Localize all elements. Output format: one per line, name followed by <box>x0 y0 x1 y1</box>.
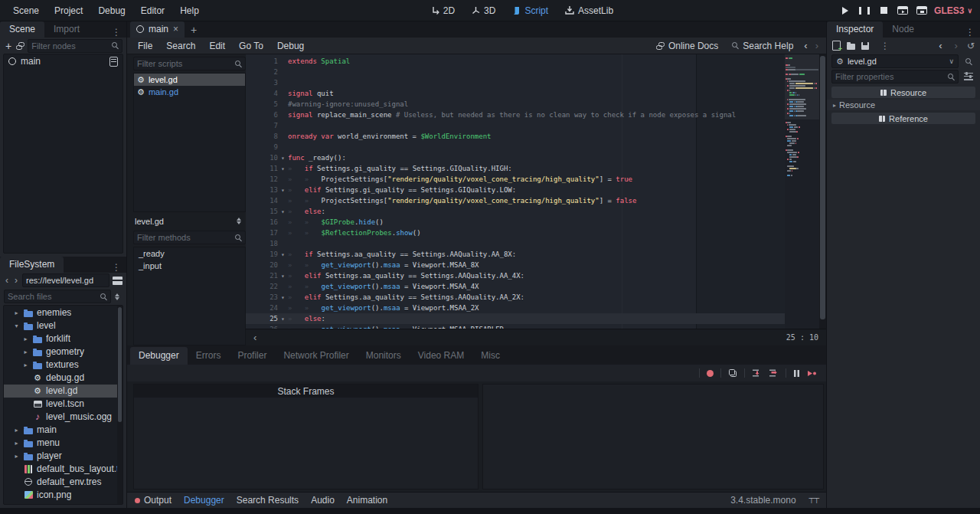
new-resource-icon[interactable] <box>832 41 841 51</box>
tree-item-level-music-ogg[interactable]: ♪level_music.ogg <box>4 411 122 424</box>
stop-button[interactable] <box>877 5 890 17</box>
tree-item-level-gd[interactable]: ⚙level.gd <box>4 385 122 398</box>
fold-toggle-icon[interactable]: ▾ <box>278 185 288 196</box>
fold-toggle-icon[interactable]: ▾ <box>278 314 288 325</box>
attached-script-icon[interactable] <box>109 57 118 67</box>
bottom-tab-debugger[interactable]: Debugger <box>130 347 188 365</box>
status-item-animation[interactable]: Animation <box>347 495 387 506</box>
bottom-tab-monitors[interactable]: Monitors <box>358 347 410 365</box>
resource-extra-menu-icon[interactable]: ⋮ <box>875 41 895 51</box>
code-line[interactable]: 18 <box>246 238 785 249</box>
code-line[interactable]: 25▾»else: <box>246 313 785 324</box>
collapsed-arrow-icon[interactable]: ▸ <box>13 453 20 460</box>
tree-item-geometry[interactable]: ▸geometry <box>4 345 122 358</box>
filter-nodes-input[interactable] <box>31 41 109 51</box>
menu-help[interactable]: Help <box>173 3 206 18</box>
collapsed-arrow-icon[interactable]: ▸ <box>22 349 29 355</box>
fold-toggle-icon[interactable]: ▾ <box>278 153 288 164</box>
object-selector[interactable]: ⚙ level.gd ∨ <box>831 54 959 68</box>
inspector-back-icon[interactable]: ‹ <box>936 40 945 51</box>
bottom-tab-network-profiler[interactable]: Network Profiler <box>275 347 357 365</box>
online-docs-button[interactable]: Online Docs <box>650 41 724 51</box>
filter-methods-input[interactable] <box>137 233 233 242</box>
fold-toggle-icon[interactable]: ▾ <box>278 207 288 218</box>
toggle-split-mode-icon[interactable] <box>113 277 122 285</box>
tab-inspector[interactable]: Inspector <box>827 21 883 38</box>
fold-toggle-icon[interactable]: ▾ <box>278 293 288 303</box>
tree-item-textures[interactable]: ▸textures <box>4 358 122 372</box>
step-over-button[interactable] <box>769 368 779 378</box>
new-scene-tab-button[interactable]: + <box>185 24 203 38</box>
continue-button[interactable] <box>807 369 817 378</box>
fold-toggle-icon[interactable]: ▾ <box>278 271 288 282</box>
code-line[interactable]: 17»»$ReflectionProbes.show() <box>246 228 785 238</box>
code-line[interactable]: 8onready var world_environment = $WorldE… <box>246 131 785 142</box>
workspace-assetlib-button[interactable]: AssetLib <box>560 3 619 18</box>
tree-item-menu[interactable]: ▸menu <box>4 437 122 450</box>
tree-item-enemies[interactable]: ▸enemies <box>4 306 122 319</box>
code-line[interactable]: 20»»get_viewport().msaa = Viewport.MSAA_… <box>246 260 785 270</box>
code-line[interactable]: 7 <box>246 120 785 131</box>
step-into-button[interactable] <box>752 368 762 378</box>
filesystem-scrollbar[interactable] <box>117 306 122 505</box>
workspace-3d-button[interactable]: 3D <box>466 3 501 18</box>
tree-item-default-bus-layout-tres[interactable]: default_bus_layout.tres <box>4 463 122 476</box>
play-button[interactable] <box>838 5 852 17</box>
code-line[interactable]: 2 <box>246 67 785 77</box>
script-menu-edit[interactable]: Edit <box>203 39 231 53</box>
code-line[interactable]: 5#warning-ignore:unused_signal <box>246 99 785 110</box>
script-menu-file[interactable]: File <box>132 39 158 53</box>
code-line[interactable]: 13▾»elif Settings.gi_quality == Settings… <box>246 185 785 195</box>
tab-scene[interactable]: Scene <box>0 21 44 38</box>
filter-properties-input[interactable] <box>835 72 946 81</box>
stack-frames-list[interactable] <box>134 398 478 489</box>
history-icon[interactable]: ↺ <box>967 41 975 51</box>
play-scene-button[interactable] <box>896 5 910 17</box>
method-list-item--input[interactable]: _input <box>134 260 245 272</box>
inspector-dock-menu-icon[interactable]: ⋮ <box>960 27 980 38</box>
instance-scene-icon[interactable] <box>16 41 24 50</box>
sort-files-icon[interactable] <box>114 293 122 301</box>
tree-item-level-tscn[interactable]: level.tscn <box>4 398 122 411</box>
bottom-tab-video-ram[interactable]: Video RAM <box>410 347 472 365</box>
menu-scene[interactable]: Scene <box>6 3 46 18</box>
code-line[interactable]: 12»»ProjectSettings["rendering/quality/v… <box>246 174 785 185</box>
tree-item-level[interactable]: ▾level <box>4 319 122 332</box>
status-item-debugger[interactable]: Debugger <box>184 495 224 506</box>
collapsed-arrow-icon[interactable]: ▸ <box>13 427 20 434</box>
code-line[interactable]: 21▾»elif Settings.aa_quality == Settings… <box>246 270 785 281</box>
code-line[interactable]: 1extends Spatial <box>246 56 785 67</box>
workspace-script-button[interactable]: Script <box>507 3 554 18</box>
renderer-dropdown[interactable]: GLES3 ∨ <box>934 5 972 16</box>
code-line[interactable]: 11▾»if Settings.gi_quality == Settings.G… <box>246 163 785 174</box>
collapsed-arrow-icon[interactable]: ▸ <box>13 440 20 447</box>
copy-error-button[interactable] <box>728 368 737 378</box>
filter-scripts-input[interactable] <box>137 59 233 68</box>
tree-item-forklift[interactable]: ▸forklift <box>4 332 122 345</box>
script-list-item-main-gd[interactable]: ⚙main.gd <box>134 86 245 98</box>
inspector-forward-icon[interactable]: › <box>952 40 961 51</box>
open-docs-button[interactable] <box>962 55 975 67</box>
code-line[interactable]: 14»»ProjectSettings["rendering/quality/v… <box>246 195 785 206</box>
menu-debug[interactable]: Debug <box>91 3 132 18</box>
resource-category-row[interactable]: ▸ Resource <box>827 100 980 110</box>
code-line[interactable]: 22»»get_viewport().msaa = Viewport.MSAA_… <box>246 281 785 292</box>
tree-item-main[interactable]: ▸main <box>4 424 122 437</box>
play-custom-scene-button[interactable] <box>915 5 929 17</box>
minimap[interactable] <box>785 54 819 329</box>
tree-item-default-env-tres[interactable]: default_env.tres <box>4 476 122 489</box>
search-help-button[interactable]: Search Help <box>726 41 799 51</box>
reference-section-header[interactable]: Reference <box>831 113 975 124</box>
tab-node[interactable]: Node <box>883 21 923 38</box>
tab-filesystem[interactable]: FileSystem <box>0 257 64 273</box>
tree-item-icon-png[interactable]: icon.png <box>4 489 122 502</box>
script-menu-search[interactable]: Search <box>160 39 201 53</box>
scene-dock-menu-icon[interactable]: ⋮ <box>106 27 126 38</box>
script-list-item-level-gd[interactable]: ⚙level.gd <box>134 74 245 86</box>
workspace-2d-button[interactable]: 2D <box>426 3 460 18</box>
filesystem-dock-menu-icon[interactable]: ⋮ <box>106 262 126 273</box>
code-line[interactable]: 6signal replace_main_scene # Useless, bu… <box>246 110 785 120</box>
menu-editor[interactable]: Editor <box>134 3 172 18</box>
bottom-tab-errors[interactable]: Errors <box>188 347 230 365</box>
status-item-search-results[interactable]: Search Results <box>237 495 299 506</box>
